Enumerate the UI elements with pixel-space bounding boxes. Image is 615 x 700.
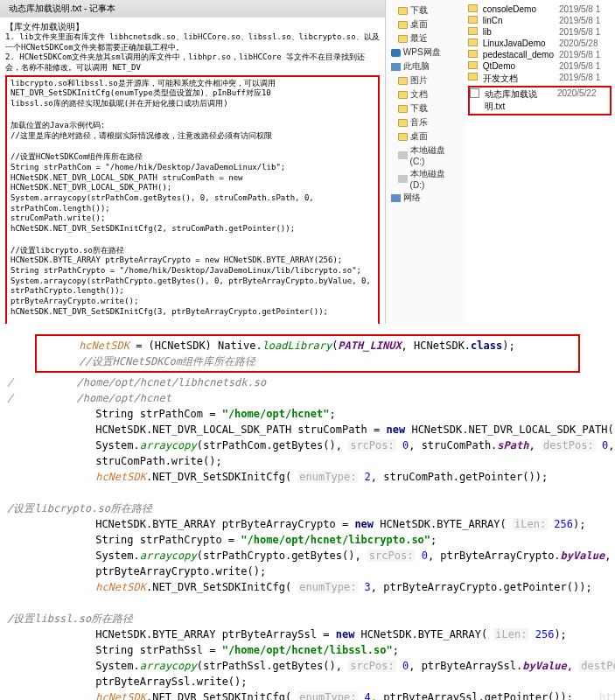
- section-comment: /设置libcrypto.so所在路径: [0, 500, 615, 516]
- line: ptrByteArrayCrypto.write();: [10, 297, 374, 307]
- code-line: hcNetSDK.NET_DVR_SetSDKInitCfg( enumType…: [0, 690, 615, 700]
- folder-icon: [398, 119, 408, 127]
- file-row-highlighted[interactable]: 动态库加载说明.txt2020/5/22: [468, 86, 612, 116]
- code-line: ptrByteArrayCrypto.write();: [0, 564, 615, 579]
- code-line: String strPathCrypto = "/home/opt/hcnet/…: [0, 532, 615, 548]
- tree-item-localdisk[interactable]: 本地磁盘 (C:): [389, 144, 461, 167]
- folder-icon: [398, 105, 408, 113]
- file-row[interactable]: consoleDemo2019/5/8 1: [468, 4, 612, 15]
- tree-item-pictures[interactable]: 图片: [389, 74, 461, 88]
- tree-item-music[interactable]: 音乐: [389, 116, 461, 130]
- code-line: HCNetSDK.BYTE_ARRAY ptrByteArrayCrypto =…: [0, 516, 615, 532]
- folder-icon: [398, 21, 408, 29]
- folder-icon: [468, 16, 478, 24]
- line: hCNetSDK.NET_DVR_SetSDKInitCfg(2, struCo…: [10, 224, 374, 234]
- line: struComPath.write();: [10, 214, 374, 224]
- folder-icon: [468, 27, 478, 35]
- code-line: struComPath.write();: [0, 453, 615, 469]
- code-line: / /home/opt/hcnet: [0, 390, 615, 406]
- code-line: //设置HCNetSDKCom组件库所在路径: [40, 354, 575, 369]
- line: libcrypto.so和libssl.so是开源库，可能和系统文件相冲突，可以…: [10, 79, 374, 99]
- code-line: System.arraycopy(strPathSsl.getBytes(), …: [0, 658, 615, 674]
- folder-tree[interactable]: 下载 桌面 最近 WPS网盘 此电脑 图片 文档 下载 音乐 桌面 本地磁盘 (…: [386, 0, 465, 324]
- file-row[interactable]: linCn2019/5/8 1: [468, 15, 612, 26]
- line: HCNetSDK.BYTE_ARRAY ptrByteArrayCrypto =…: [10, 256, 374, 266]
- watermark: https://blog.csdn.net/weixin_45417211: [599, 691, 615, 700]
- code-line: HCNetSDK.BYTE_ARRAY ptrByteArraySsl = ne…: [0, 626, 615, 642]
- code-line: hcNetSDK.NET_DVR_SetSDKInitCfg( enumType…: [0, 579, 615, 595]
- code-line: String strPathSsl = "/home/opt/hcnet/lib…: [0, 642, 615, 658]
- code-line: ptrByteArraySsl.write();: [0, 674, 615, 690]
- notepad-tab-title[interactable]: 动态库加载说明.txt - 记事本: [5, 3, 119, 15]
- line: //设置HCNetSDKCom组件库所在路径: [10, 152, 374, 163]
- code-section: hcNetSDK = (HCNetSDK) Native.loadLibrary…: [0, 324, 615, 700]
- folder-icon: [398, 77, 408, 85]
- code-line: String strPathCom = "/home/opt/hcnet";: [0, 406, 615, 422]
- file-row[interactable]: 开发文档2019/5/8 1: [468, 72, 612, 86]
- folder-icon: [398, 133, 408, 141]
- top-section: 动态库加载说明.txt - 记事本 【库文件加载说明】 1. lib文件夹里面有…: [0, 0, 615, 324]
- tree-item-desktop[interactable]: 桌面: [389, 18, 461, 32]
- folder-icon: [468, 38, 478, 46]
- line: //设置libcrypto.so所在路径: [10, 246, 374, 256]
- folder-icon: [398, 91, 408, 99]
- file-row[interactable]: lib2019/5/8 1: [468, 26, 612, 38]
- txt-file-icon: [470, 88, 479, 98]
- disk-icon: [398, 151, 408, 159]
- network-icon: [391, 194, 401, 202]
- line: hCNetSDK.NET_DVR_SetSDKInitCfg(3, ptrByt…: [10, 307, 374, 318]
- tree-item-desktop2[interactable]: 桌面: [389, 130, 461, 144]
- notepad-titlebar[interactable]: 动态库加载说明.txt - 记事本: [0, 0, 385, 18]
- folder-icon: [398, 35, 408, 43]
- file-row[interactable]: pedestacall_demo2019/5/8 1: [468, 49, 612, 60]
- tree-item-workdisk[interactable]: 本地磁盘 (D:): [389, 167, 461, 191]
- line: //这里是库的绝对路径，请根据实际情况修改，注意改路径必须有访问权限: [10, 131, 374, 142]
- code-line: hcNetSDK.NET_DVR_SetSDKInitCfg( enumType…: [0, 469, 615, 485]
- code-line: System.arraycopy(strPathCrypto.getBytes(…: [0, 548, 615, 564]
- file-explorer: 下载 桌面 最近 WPS网盘 此电脑 图片 文档 下载 音乐 桌面 本地磁盘 (…: [385, 0, 615, 324]
- tree-item-downloads2[interactable]: 下载: [389, 102, 461, 116]
- code-line: [0, 595, 615, 611]
- line: 1. lib文件夹里面有库文件 libhcnetsdk.so、libHCCore…: [5, 32, 380, 52]
- highlighted-block-1: libcrypto.so和libssl.so是开源库，可能和系统文件相冲突，可以…: [5, 75, 380, 324]
- code-line: [0, 485, 615, 500]
- tree-item-network[interactable]: 网络: [389, 191, 461, 205]
- tree-item-computer[interactable]: 此电脑: [389, 60, 461, 74]
- highlighted-code-block: hcNetSDK = (HCNetSDK) Native.loadLibrary…: [35, 334, 580, 373]
- line: HCNetSDK.NET_DVR_LOCAL_SDK_PATH struComP…: [10, 173, 374, 193]
- tree-item-downloads[interactable]: 下载: [389, 4, 461, 18]
- line: System.arraycopy(strPathCrypto.getBytes(…: [10, 276, 374, 297]
- line: System.arraycopy(strPathCom.getBytes(), …: [10, 193, 374, 214]
- code-line: hcNetSDK = (HCNetSDK) Native.loadLibrary…: [40, 338, 575, 354]
- code-line: System.arraycopy(strPathCom.getBytes(), …: [0, 438, 615, 453]
- file-list[interactable]: consoleDemo2019/5/8 1 linCn2019/5/8 1 li…: [465, 0, 615, 324]
- computer-icon: [391, 63, 401, 71]
- file-row[interactable]: LinuxJavaDemo2020/5/28: [468, 38, 612, 49]
- folder-icon: [468, 61, 478, 69]
- folder-icon: [468, 4, 478, 12]
- tree-item-wps[interactable]: WPS网盘: [389, 46, 461, 60]
- folder-icon: [468, 50, 478, 58]
- notepad-window: 动态库加载说明.txt - 记事本 【库文件加载说明】 1. lib文件夹里面有…: [0, 0, 385, 324]
- disk-icon: [398, 175, 408, 183]
- tree-item-documents[interactable]: 文档: [389, 88, 461, 102]
- line: String strPathCrypto = "/home/hik/Deskto…: [10, 266, 374, 276]
- code-line: HCNetSDK.NET_DVR_LOCAL_SDK_PATH struComP…: [0, 422, 615, 438]
- file-row[interactable]: QtDemo2019/5/8 1: [468, 60, 612, 72]
- line: 2. HCNetSDKCom文件夹放其sml调用的库文件中，libhpr.so，…: [5, 52, 380, 73]
- code-line: / /home/opt/hcnet/libhcnetsdk.so: [0, 374, 615, 390]
- wps-icon: [391, 49, 401, 57]
- line: 加载位置的Java示例代码:: [10, 121, 374, 131]
- section-comment: /设置libssl.so所在路径: [0, 611, 615, 626]
- line: libssl.so库的路径实现加载呢(并在开始化接口成功后调用): [10, 99, 374, 109]
- folder-icon: [468, 73, 478, 80]
- notepad-content[interactable]: 【库文件加载说明】 1. lib文件夹里面有库文件 libhcnetsdk.so…: [0, 18, 385, 324]
- tree-item-recent[interactable]: 最近: [389, 32, 461, 46]
- folder-icon: [398, 7, 408, 15]
- heading: 【库文件加载说明】: [5, 21, 380, 32]
- line: String strPathCom = "/home/hik/Desktop/J…: [10, 163, 374, 173]
